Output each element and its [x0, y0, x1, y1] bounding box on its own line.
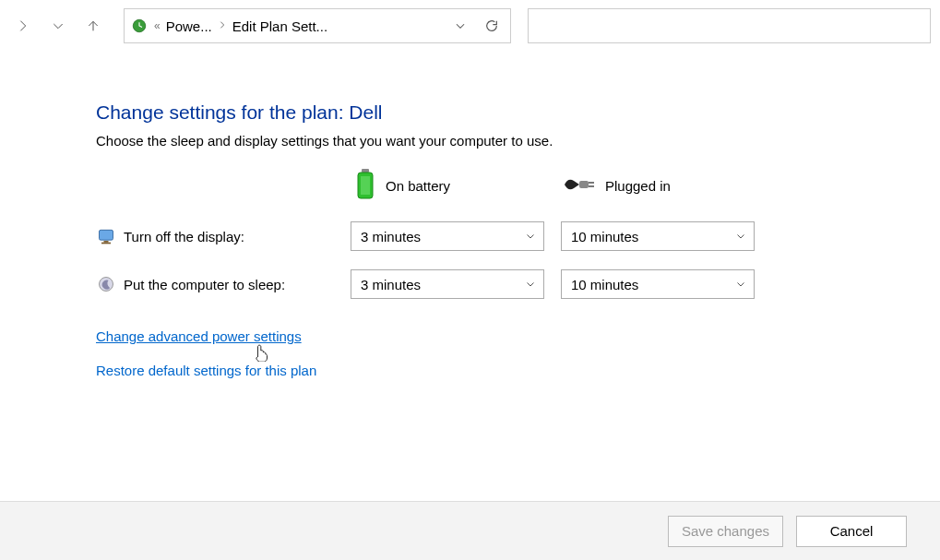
select-value: 3 minutes [361, 229, 421, 244]
footer-bar: Save changes Cancel [0, 501, 940, 560]
svg-rect-9 [101, 243, 111, 244]
column-headers: On battery Plugged in [96, 169, 940, 203]
link-text: Change advanced power settings [96, 328, 302, 344]
refresh-button[interactable] [479, 13, 505, 39]
save-changes-button[interactable]: Save changes [668, 516, 783, 547]
cancel-button[interactable]: Cancel [796, 516, 907, 547]
sleep-plugged-select[interactable]: 10 minutes [561, 269, 755, 299]
svg-rect-4 [579, 181, 589, 188]
select-value: 10 minutes [571, 229, 638, 244]
control-panel-icon [130, 17, 149, 35]
display-off-plugged-select[interactable]: 10 minutes [561, 221, 755, 251]
display-icon [96, 226, 116, 246]
recent-locations-button[interactable] [44, 12, 72, 40]
on-battery-header: On battery [354, 169, 565, 203]
plugged-in-label: Plugged in [605, 178, 671, 194]
page-subtitle: Choose the sleep and display settings th… [96, 133, 940, 149]
svg-rect-8 [104, 241, 109, 243]
breadcrumb-overflow-icon: « [154, 19, 161, 32]
links-section: Change advanced power settings Restore d… [96, 328, 940, 378]
chevron-right-icon[interactable] [218, 19, 227, 32]
svg-rect-7 [100, 230, 113, 240]
display-off-row: Turn off the display: 3 minutes 10 minut… [96, 221, 940, 251]
svg-rect-1 [362, 169, 369, 173]
select-value: 3 minutes [361, 277, 421, 292]
main-content: Change settings for the plan: Dell Choos… [0, 52, 940, 378]
up-button[interactable] [79, 12, 107, 40]
on-battery-label: On battery [386, 178, 450, 194]
breadcrumb-segment[interactable]: Powe... [166, 18, 212, 34]
display-off-battery-select[interactable]: 3 minutes [351, 221, 544, 251]
sleep-battery-select[interactable]: 3 minutes [351, 269, 544, 299]
chevron-down-icon [525, 277, 536, 292]
svg-rect-6 [589, 185, 594, 187]
breadcrumb-segment[interactable]: Edit Plan Sett... [232, 18, 327, 34]
display-off-label: Turn off the display: [124, 229, 351, 244]
forward-button[interactable] [9, 12, 37, 40]
change-advanced-power-settings-link[interactable]: Change advanced power settings [96, 328, 940, 344]
chevron-down-icon [735, 229, 746, 244]
sleep-icon [96, 274, 116, 294]
select-value: 10 minutes [571, 277, 638, 292]
page-title: Change settings for the plan: Dell [96, 101, 940, 124]
svg-rect-5 [589, 182, 594, 184]
breadcrumb-dropdown-button[interactable] [447, 13, 473, 39]
restore-default-settings-link[interactable]: Restore default settings for this plan [96, 363, 940, 378]
battery-icon [354, 169, 376, 203]
chevron-down-icon [525, 229, 536, 244]
search-input[interactable] [528, 8, 931, 43]
explorer-toolbar: « Powe... Edit Plan Sett... [0, 0, 940, 52]
address-bar[interactable]: « Powe... Edit Plan Sett... [124, 8, 511, 43]
svg-rect-3 [361, 176, 370, 195]
plugged-in-header: Plugged in [565, 175, 775, 197]
plug-icon [565, 175, 596, 197]
sleep-label: Put the computer to sleep: [124, 277, 351, 292]
chevron-down-icon [735, 277, 746, 292]
sleep-row: Put the computer to sleep: 3 minutes 10 … [96, 269, 940, 299]
